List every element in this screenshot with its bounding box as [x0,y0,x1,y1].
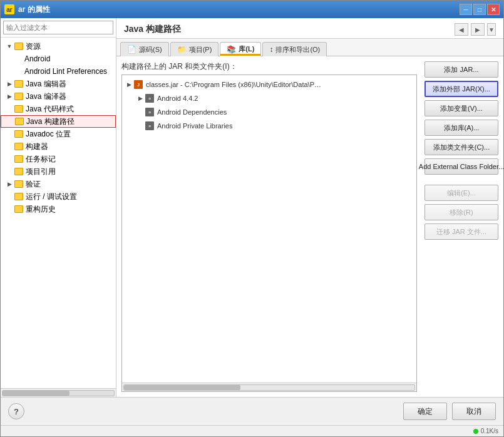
lib-icon-android-private-libraries: ≡ [145,121,155,130]
minimize-button[interactable]: ─ [460,4,472,15]
tree-expander-task-tags [6,155,13,163]
status-indicator [473,429,478,434]
status-bar: 0.1K/s [1,425,503,436]
tree-item-resources[interactable]: 资源 [1,40,116,53]
jar-row-android-442[interactable]: ≡Android 4.4.2 [122,91,416,105]
folder-icon-java-buildpath [15,118,24,125]
tree-item-builder[interactable]: 构建器 [1,140,116,153]
tree-item-task-tags[interactable]: 任务标记 [1,153,116,165]
lib-icon-android-dependencies: ≡ [145,108,155,116]
tree-item-label-run-debug: 运行 / 调试设置 [26,192,77,202]
tree-expander-android-lint [16,68,23,75]
jar-horizontal-scrollbar[interactable] [122,383,416,391]
tree-item-label-validation: 验证 [26,179,41,190]
cancel-button[interactable]: 取消 [452,403,496,420]
tree-item-label-project-refs: 项目引用 [26,167,56,177]
action-btn-add-external-class-folder[interactable]: Add External Class Folder... [424,158,498,175]
jar-row-classes-jar[interactable]: Jclasses.jar - C:\Program Files (x86)\Un… [122,78,416,91]
tab-active-indicator [220,54,260,56]
nav-back-button[interactable]: ◀ [455,23,468,36]
jar-row-label-android-dependencies: Android Dependencies [157,108,227,116]
bottom-right: 确定 取消 [403,403,496,420]
jar-section-label: 构建路径上的 JAR 和类文件夹(I)： [121,61,417,72]
folder-icon-java-codestyle [14,105,23,113]
jar-panel: 构建路径上的 JAR 和类文件夹(I)： Jclasses.jar - C:\P… [116,56,422,397]
title-bar-left: ar ar 的属性 [4,4,50,15]
action-btn-edit: 编辑(E)... [424,185,498,201]
scrollbar-thumb[interactable] [3,391,69,396]
tree-item-java-codestyle[interactable]: Java 代码样式 [1,103,116,115]
nav-dropdown-button[interactable]: ▼ [487,23,496,36]
jar-row-label-android-private-libraries: Android Private Libraries [157,122,232,130]
tab-order-export[interactable]: ↕排序和导出(O) [262,42,327,56]
tree-item-android-lint[interactable]: Android Lint Preferences [1,65,116,78]
tree-item-label-android: Android [24,54,50,63]
tab-icon-order-export: ↕ [269,45,273,54]
action-btn-add-external-jar[interactable]: 添加外部 JAR(X)... [424,81,498,97]
tree-item-run-debug[interactable]: 运行 / 调试设置 [1,190,116,203]
jar-row-android-dependencies[interactable]: ≡Android Dependencies [122,105,416,119]
folder-icon-task-tags [14,155,23,163]
main-window: ar ar 的属性 ─ □ ✕ 资源AndroidAndroid Lint Pr… [0,0,504,437]
jar-tree-wrap: Jclasses.jar - C:\Program Files (x86)\Un… [121,75,417,392]
filter-input[interactable] [3,21,113,34]
tree-item-label-refactor-history: 重构历史 [26,204,56,215]
action-btn-add-jar[interactable]: 添加 JAR... [424,61,498,78]
tree-expander-resources [6,43,13,50]
scrollbar-track [2,390,115,396]
tree-item-java-buildpath[interactable]: Java 构建路径 [1,115,116,128]
tab-projects[interactable]: 📁项目(P) [170,42,219,56]
tree-item-label-java-codestyle: Java 代码样式 [26,104,74,115]
jar-icon-classes-jar: J [133,80,143,89]
folder-icon-resources [14,43,23,50]
nav-forward-button[interactable]: ▶ [471,23,485,36]
maximize-button[interactable]: □ [473,4,486,15]
tab-icon-projects: 📁 [177,45,187,54]
jar-row-android-private-libraries[interactable]: ≡Android Private Libraries [122,119,416,133]
tab-label-projects: 项目(P) [189,45,212,54]
jar-scrollbar-thumb[interactable] [124,385,240,390]
tab-libraries[interactable]: 📚库(L) [220,42,261,56]
tree-item-label-javadoc-location: Javadoc 位置 [26,129,71,140]
tab-source[interactable]: 📄源码(S) [120,42,169,56]
tree-expander-java-codestyle [6,105,13,113]
confirm-button[interactable]: 确定 [403,403,447,420]
title-bar: ar ar 的属性 ─ □ ✕ [1,1,503,18]
tree-item-java-compiler[interactable]: Java 编泽器 [1,90,116,103]
tree-item-javadoc-location[interactable]: Javadoc 位置 [1,128,116,140]
tree-area: 资源AndroidAndroid Lint PreferencesJava 编辑… [1,38,116,388]
btn-spacer-6 [424,178,498,182]
tabs-bar: 📄源码(S)📁项目(P)📚库(L)↕排序和导出(O) [116,39,503,56]
filter-input-wrap [1,18,116,38]
panel-header: Java 构建路径 ◀ ▶ ▼ [116,18,503,39]
jar-expander-classes-jar [125,81,133,88]
folder-icon-refactor-history [14,205,23,213]
content-area: 构建路径上的 JAR 和类文件夹(I)： Jclasses.jar - C:\P… [116,56,503,397]
close-button[interactable]: ✕ [487,4,500,15]
tree-item-label-java-editor: Java 编辑器 [26,79,66,90]
tree-item-validation[interactable]: 验证 [1,178,116,190]
main-content: 资源AndroidAndroid Lint PreferencesJava 编辑… [1,18,503,397]
tree-item-label-task-tags: 任务标记 [26,154,56,165]
jar-expander-android-442 [136,95,145,101]
action-btn-add-library[interactable]: 添加库(A)... [424,120,498,136]
tree-item-java-editor[interactable]: Java 编辑器 [1,78,116,90]
title-bar-controls: ─ □ ✕ [460,4,500,15]
jar-tree: Jclasses.jar - C:\Program Files (x86)\Un… [122,75,416,383]
window-title: ar 的属性 [18,4,50,15]
tree-item-refactor-history[interactable]: 重构历史 [1,203,116,215]
tree-expander-java-editor [6,80,13,88]
window-icon: ar [4,4,14,14]
right-panel: Java 构建路径 ◀ ▶ ▼ 📄源码(S)📁项目(P)📚库(L)↕排序和导出(… [116,18,503,397]
help-button[interactable]: ? [8,403,24,419]
left-horizontal-scrollbar[interactable] [1,388,116,397]
action-btn-add-variable[interactable]: 添加变量(V)... [424,100,498,116]
action-btn-add-class-folder[interactable]: 添加类文件夹(C)... [424,139,498,155]
tree-expander-javadoc-location [6,130,13,138]
tree-item-project-refs[interactable]: 项目引用 [1,165,116,178]
tree-expander-validation [6,180,13,188]
tree-item-android[interactable]: Android [1,53,116,65]
folder-icon-java-compiler [14,93,23,100]
right-buttons-panel: 添加 JAR...添加外部 JAR(X)...添加变量(V)...添加库(A).… [422,56,503,397]
action-btn-remove: 移除(R) [424,204,498,220]
